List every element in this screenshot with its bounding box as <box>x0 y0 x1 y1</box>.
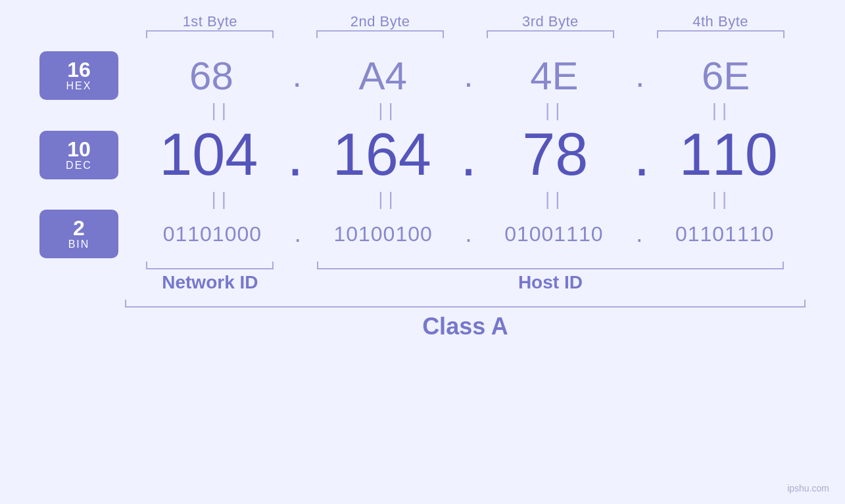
top-bracket-4 <box>635 30 806 38</box>
byte-header-4: 4th Byte <box>635 13 806 30</box>
equals-6: || <box>305 189 472 210</box>
equals-8: || <box>639 189 806 210</box>
equals-2: || <box>305 100 472 121</box>
byte-headers-row: 1st Byte 2nd Byte 3rd Byte 4th Byte <box>39 13 806 30</box>
equals-row-2: || || || || <box>39 189 806 210</box>
bottom-bracket-line-1 <box>146 262 274 269</box>
main-container: 1st Byte 2nd Byte 3rd Byte 4th Byte 16 H… <box>0 0 845 504</box>
byte-header-3: 3rd Byte <box>466 13 636 30</box>
top-brackets <box>39 30 806 38</box>
hex-dot-1: . <box>291 59 303 92</box>
bin-dot-1: . <box>293 222 302 246</box>
bin-base-label: BIN <box>68 239 90 250</box>
hex-row: 16 HEX 68 . A4 . 4E . 6E <box>39 51 806 100</box>
equals-row-1: || || || || <box>39 100 806 121</box>
dec-dot-2: . <box>459 126 478 185</box>
bottom-bracket-234 <box>295 262 806 269</box>
bracket-line-1 <box>146 30 274 38</box>
hex-value-3: 4E <box>474 53 634 99</box>
equals-4: || <box>639 100 806 121</box>
equals-3: || <box>472 100 639 121</box>
host-id-label: Host ID <box>295 272 806 293</box>
dec-base-label: DEC <box>66 160 92 172</box>
equals-1: || <box>138 100 305 121</box>
bracket-line-3 <box>487 30 614 38</box>
hex-badge: 16 HEX <box>39 51 118 100</box>
bottom-bracket-line-234 <box>317 262 784 269</box>
hex-value-4: 6E <box>646 53 806 99</box>
bin-row: 2 BIN 01101000 . 10100100 . 01001110 . 0… <box>39 210 806 258</box>
equals-5: || <box>138 189 305 210</box>
byte-header-1: 1st Byte <box>125 13 295 30</box>
class-label: Class A <box>125 313 806 340</box>
equals-7: || <box>472 189 639 210</box>
dec-value-1: 104 <box>132 121 285 189</box>
hex-dot-3: . <box>634 59 646 92</box>
bottom-bracket-1 <box>125 262 295 269</box>
top-bracket-1 <box>125 30 295 38</box>
dec-value-2: 164 <box>305 121 459 189</box>
class-bracket <box>125 300 806 308</box>
bottom-brackets <box>39 262 806 269</box>
dec-values-row: 104 . 164 . 78 . 110 <box>132 121 806 189</box>
bracket-line-2 <box>316 30 444 38</box>
hex-value-2: A4 <box>303 53 463 99</box>
bin-badge: 2 BIN <box>39 210 118 258</box>
dec-value-3: 78 <box>478 121 632 189</box>
bin-base-number: 2 <box>73 218 85 239</box>
bin-dot-2: . <box>464 222 473 246</box>
top-bracket-3 <box>466 30 636 38</box>
segment-labels: Network ID Host ID <box>39 272 806 293</box>
bracket-line-4 <box>657 30 785 38</box>
dec-badge: 10 DEC <box>39 131 118 179</box>
hex-base-label: HEX <box>66 80 92 92</box>
bin-dot-3: . <box>635 222 644 246</box>
network-id-label: Network ID <box>125 272 295 293</box>
dec-row: 10 DEC 104 . 164 . 78 . 110 <box>39 121 806 189</box>
top-bracket-2 <box>295 30 466 38</box>
hex-dot-2: . <box>463 59 475 92</box>
hex-base-number: 16 <box>67 59 91 80</box>
hex-value-1: 68 <box>132 53 291 99</box>
dec-base-number: 10 <box>67 139 91 160</box>
bin-value-1: 01101000 <box>132 222 293 246</box>
bin-value-4: 01101110 <box>644 222 806 246</box>
bin-values-row: 01101000 . 10100100 . 01001110 . 0110111… <box>132 222 806 246</box>
dec-dot-1: . <box>285 126 304 185</box>
bin-value-2: 10100100 <box>302 222 464 246</box>
watermark: ipshu.com <box>787 483 829 493</box>
dec-dot-3: . <box>632 126 651 185</box>
dec-value-4: 110 <box>652 121 806 189</box>
bin-value-3: 01001110 <box>473 222 635 246</box>
byte-header-2: 2nd Byte <box>295 13 466 30</box>
hex-values-row: 68 . A4 . 4E . 6E <box>132 53 806 99</box>
class-row: Class A <box>39 300 806 340</box>
